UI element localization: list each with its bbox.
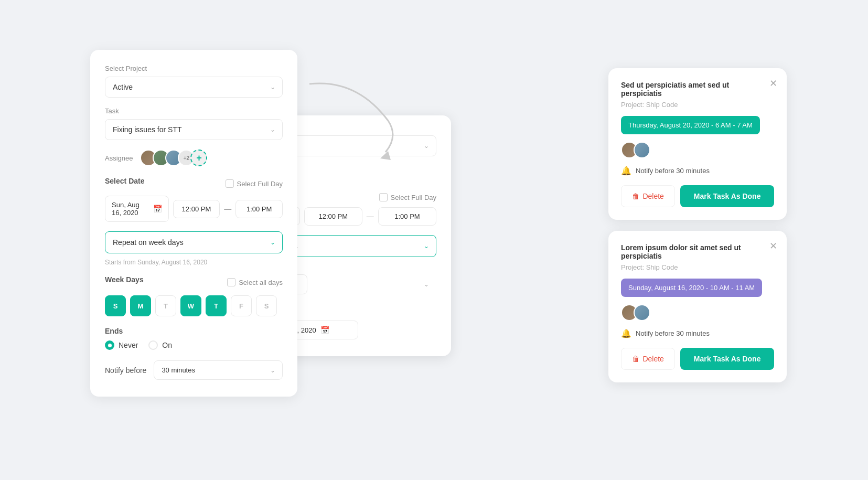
card-1-avatars [621,142,774,158]
card-2-avatars [621,304,774,321]
on-label: On [162,341,172,349]
card-2-date-badge: Sunday, August 16, 2020 - 10 AM - 11 AM [621,279,762,297]
main-form-panel: Select Project Active ⌄ Task Fixing issu… [90,50,297,397]
p2-time-start-val: 12:00 PM [318,212,348,220]
day-btn-sunday[interactable]: S [105,295,126,316]
select-all-days-box [227,278,235,286]
task-select-wrapper: Fixing issues for STT ⌄ [105,119,283,140]
task-label: Task [105,107,283,115]
time-end: 1:00 PM [247,205,272,213]
starts-from: Starts from Sunday, August 16, 2020 [105,259,283,266]
day-btn-saturday[interactable]: S [256,295,277,316]
week-days-label: Week Days [105,275,144,284]
card-1-delete-icon: 🗑 [632,192,639,200]
ends-label: Ends [105,327,283,335]
task-card-2: ✕ Lorem ipsum dolor sit amet sed ut pers… [608,231,787,382]
repeat-select[interactable]: Repeat on week days [105,231,283,253]
card-2-close-button[interactable]: ✕ [769,240,777,252]
time-end-input[interactable]: 1:00 PM [235,200,283,218]
card-1-bell-icon: 🔔 [621,166,631,176]
card-1-mark-done-button[interactable]: Mark Task As Done [680,185,774,207]
task-card-1: ✕ Sed ut perspiciatis amet sed ut perspi… [608,68,787,220]
notify-before-label: Notify before [105,366,146,375]
card-1-project: Project: Ship Code [621,101,774,109]
time-start: 12:00 PM [182,205,211,213]
p2-time-end-val: 1:00 PM [394,212,420,220]
full-day-label: Select Full Day [237,180,283,188]
card-2-project: Project: Ship Code [621,263,774,271]
assignee-label: Assignee [105,154,133,162]
never-label: Never [119,341,138,349]
p2-dash: — [367,212,374,220]
day-btn-monday[interactable]: M [130,295,151,316]
card-1-notify-text: Notify before 30 minutes [636,167,710,175]
p2-time-start[interactable]: 12:00 PM [304,207,362,226]
card-2-notify: 🔔 Notify before 30 minutes [621,328,774,338]
never-radio-inner [108,344,112,347]
notify-select-wrapper: 30 minutes ⌄ [154,360,283,380]
days-row: S M T W T F S [105,295,283,316]
on-radio [148,340,158,350]
notify-select[interactable]: 30 minutes [154,360,283,380]
date-section: Select Date Select Full Day Sun, Aug 16,… [105,177,283,222]
p2-full-day-label: Select Full Day [391,194,436,201]
p2-months-arrow: ⌄ [424,281,429,288]
card-1-close-button[interactable]: ✕ [769,78,777,89]
never-radio [105,340,114,350]
card-2-title: Lorem ipsum dolor sit amet sed ut perspi… [621,243,774,260]
week-days-header: Week Days Select all days [105,275,283,289]
time-dash: — [224,205,231,213]
select-all-days-checkbox[interactable]: Select all days [227,278,283,286]
notify-section: Notify before 30 minutes ⌄ [105,360,283,380]
date-row: Sun, Aug 16, 2020 📅 12:00 PM — 1:00 PM [105,196,283,222]
card-2-mark-done-button[interactable]: Mark Task As Done [680,348,774,370]
day-btn-wednesday[interactable]: W [180,295,201,316]
p2-full-day-box [379,193,388,201]
card-1-date-badge: Thursday, August 20, 2020 - 6 AM - 7 AM [621,116,760,134]
ends-row: Never On [105,340,283,350]
full-day-checkbox[interactable]: Select Full Day [226,179,283,188]
select-all-label: Select all days [239,279,283,286]
day-btn-friday[interactable]: F [231,295,252,316]
never-option[interactable]: Never [105,340,138,350]
card-1-notify: 🔔 Notify before 30 minutes [621,166,774,176]
date-input[interactable]: Sun, Aug 16, 2020 📅 [105,196,169,222]
date-section-header: Select Date Select Full Day [105,177,283,190]
ends-section: Ends Never On [105,327,283,350]
date-section-title: Select Date [105,177,144,185]
card-1-avatar-2 [634,142,650,158]
card-1-actions: 🗑 Delete Mark Task As Done [621,185,774,207]
task-select[interactable]: Fixing issues for STT [105,119,283,140]
full-day-checkbox-box [226,179,234,188]
week-days-section: Week Days Select all days S M T W T F S [105,275,283,316]
repeat-select-wrapper: Repeat on week days ⌄ [105,231,283,253]
day-btn-thursday[interactable]: T [206,295,227,316]
assignee-row: Assignee +2 + [105,150,283,166]
avatar-add[interactable]: + [190,150,207,166]
card-2-avatar-2 [634,304,650,321]
project-label: Select Project [105,65,283,72]
date-value: Sun, Aug 16, 2020 [112,201,149,217]
project-select[interactable]: Active [105,77,283,98]
card-2-actions: 🗑 Delete Mark Task As Done [621,348,774,370]
p2-on-cal-icon: 📅 [320,326,329,334]
card-2-notify-text: Notify before 30 minutes [636,329,710,337]
card-1-delete-button[interactable]: 🗑 Delete [621,185,675,207]
time-start-input[interactable]: 12:00 PM [173,200,220,218]
card-2-bell-icon: 🔔 [621,328,631,338]
day-btn-tuesday[interactable]: T [155,295,176,316]
card-2-delete-icon: 🗑 [632,355,639,363]
project-select-wrapper: Active ⌄ [105,77,283,98]
assignees-avatars: +2 + [140,150,207,166]
card-2-delete-button[interactable]: 🗑 Delete [621,348,675,370]
p2-time-end[interactable]: 1:00 PM [378,207,436,226]
calendar-icon: 📅 [153,205,162,213]
p2-full-day-checkbox[interactable]: Select Full Day [379,193,436,201]
on-option[interactable]: On [148,340,172,350]
card-1-title: Sed ut perspiciatis amet sed ut perspici… [621,81,774,98]
